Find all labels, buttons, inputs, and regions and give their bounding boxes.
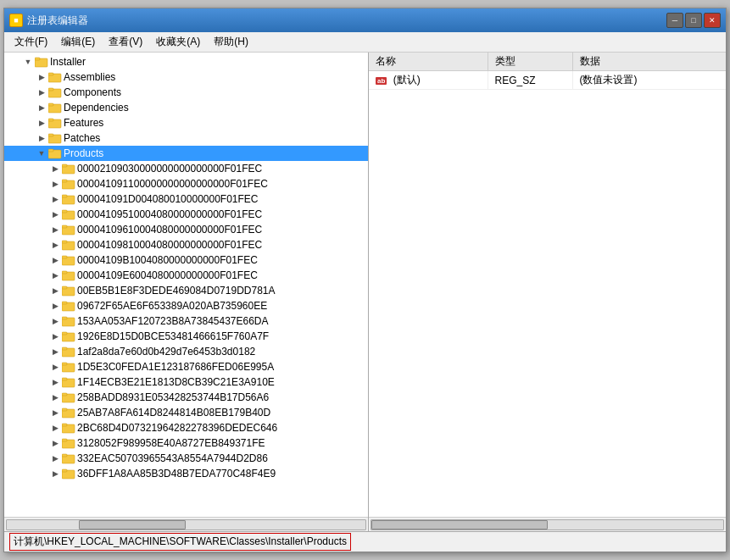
left-hscroll-thumb[interactable]	[79, 520, 187, 530]
expand-k14[interactable]: ▶	[48, 360, 62, 374]
expand-k6[interactable]: ▶	[48, 238, 62, 252]
expand-k16[interactable]: ▶	[48, 391, 62, 404]
k12-label: 1926E8D15D0BCE53481466615F760A7F	[77, 330, 269, 342]
left-hscroll[interactable]	[4, 517, 368, 531]
expand-dependencies[interactable]: ▶	[35, 101, 48, 114]
tree-node-patches[interactable]: ▶ Patches	[4, 130, 368, 146]
tree-node-k12[interactable]: ▶ 1926E8D15D0BCE53481466615F760A7F	[4, 329, 368, 344]
expand-k5[interactable]: ▶	[48, 223, 62, 236]
svg-rect-27	[62, 256, 67, 258]
expand-k17[interactable]: ▶	[48, 406, 62, 419]
svg-rect-47	[62, 408, 67, 411]
k18-label: 2BC68D4D07321964282278396DEDEC646	[77, 422, 277, 434]
expand-k12[interactable]: ▶	[48, 330, 62, 343]
k5-label: 00004109610004080000000000F01FEC	[77, 224, 262, 236]
expand-assemblies[interactable]: ▶	[35, 70, 48, 84]
dependencies-label: Dependencies	[64, 102, 129, 114]
expand-k2[interactable]: ▶	[48, 177, 62, 191]
tree-node-k3[interactable]: ▶ 000041091D004080010000000F01FEC	[4, 191, 368, 207]
restore-button[interactable]: □	[685, 13, 702, 28]
expand-components[interactable]: ▶	[35, 86, 48, 99]
folder-icon-k1	[62, 163, 75, 175]
expand-k18[interactable]: ▶	[48, 421, 62, 435]
right-scroll[interactable]: 名称 类型 数据 ab (默认) REG_SZ (数值未设置)	[369, 53, 726, 517]
expand-k8[interactable]: ▶	[48, 269, 62, 282]
tree-node-k13[interactable]: ▶ 1af2a8da7e60d0b429d7e6453b3d0182	[4, 344, 368, 359]
expand-k10[interactable]: ▶	[48, 299, 62, 313]
svg-rect-45	[62, 393, 67, 396]
svg-rect-13	[48, 149, 53, 152]
tree-node-k1[interactable]: ▶ 00002109030000000000000000F01FEC	[4, 161, 368, 176]
menu-file[interactable]: 文件(F)	[8, 33, 54, 51]
tree-node-k8[interactable]: ▶ 00004109E6004080000000000F01FEC	[4, 268, 368, 283]
k15-label: 1F14ECB3E21E1813D8CB39C21E3A910E	[77, 376, 275, 388]
tree-node-k19[interactable]: ▶ 3128052F989958E40A8727EB849371FE	[4, 435, 368, 451]
tree-node-k21[interactable]: ▶ 36DFF1A8AA85B3D48B7EDA770C48F4E9	[4, 466, 368, 481]
expand-k4[interactable]: ▶	[48, 208, 62, 221]
expand-installer[interactable]: ▼	[21, 55, 35, 69]
svg-rect-19	[62, 195, 67, 197]
tree-node-assemblies[interactable]: ▶ Assemblies	[4, 69, 368, 85]
col-header-type[interactable]: 类型	[488, 53, 572, 71]
right-hscroll[interactable]	[369, 517, 726, 531]
reg-type-icon: ab	[376, 77, 387, 85]
tree-node-k5[interactable]: ▶ 00004109610004080000000000F01FEC	[4, 222, 368, 237]
k9-label: 00EB5B1E8F3DEDE469084D0719DD781A	[77, 285, 276, 297]
expand-k20[interactable]: ▶	[48, 452, 62, 465]
expand-k21[interactable]: ▶	[48, 467, 62, 480]
entry-name-text: (默认)	[393, 74, 421, 86]
right-hscroll-track	[371, 519, 724, 530]
folder-icon-k21	[62, 468, 75, 480]
expand-k3[interactable]: ▶	[48, 192, 62, 206]
tree-node-dependencies[interactable]: ▶ Dependencies	[4, 100, 368, 115]
svg-rect-41	[62, 363, 67, 365]
tree-node-k11[interactable]: ▶ 153AA053AF120723B8A73845437E66DA	[4, 313, 368, 329]
expand-k15[interactable]: ▶	[48, 375, 62, 389]
menu-help[interactable]: 帮助(H)	[207, 33, 255, 51]
expand-k13[interactable]: ▶	[48, 345, 62, 358]
tree-node-k20[interactable]: ▶ 332EAC50703965543A8554A7944D2D86	[4, 451, 368, 466]
tree-node-products[interactable]: ▼ Products	[4, 146, 368, 161]
tree-node-k7[interactable]: ▶ 00004109B1004080000000000F01FEC	[4, 252, 368, 268]
right-hscroll-thumb[interactable]	[371, 520, 548, 530]
main-content: ▼ Installer ▶ Assemblies	[4, 53, 726, 531]
close-button[interactable]: ✕	[704, 13, 721, 28]
tree-node-installer[interactable]: ▼ Installer	[4, 54, 368, 69]
expand-k1[interactable]: ▶	[48, 162, 62, 175]
tree-node-k18[interactable]: ▶ 2BC68D4D07321964282278396DEDEC646	[4, 420, 368, 435]
tree-node-k6[interactable]: ▶ 00004109810004080000000000F01FEC	[4, 237, 368, 252]
tree-node-k14[interactable]: ▶ 1D5E3C0FEDA1E123187686FED06E995A	[4, 359, 368, 374]
folder-icon-k12	[62, 330, 75, 342]
tree-node-features[interactable]: ▶ Features	[4, 115, 368, 130]
expand-features[interactable]: ▶	[35, 116, 48, 130]
folder-icon-installer	[35, 56, 48, 68]
col-header-name[interactable]: 名称	[369, 53, 488, 71]
tree-node-components[interactable]: ▶ Components	[4, 85, 368, 100]
tree-node-k10[interactable]: ▶ 09672F65AE6F653389A020AB735960EE	[4, 298, 368, 313]
tree-scroll[interactable]: ▼ Installer ▶ Assemblies	[4, 53, 368, 517]
menu-favorites[interactable]: 收藏夹(A)	[149, 33, 207, 51]
expand-products[interactable]: ▼	[35, 147, 48, 160]
k17-label: 25AB7A8FA614D8244814B08EB179B40D	[77, 407, 270, 419]
expand-k9[interactable]: ▶	[48, 284, 62, 297]
folder-icon-k5	[62, 224, 75, 236]
minimize-button[interactable]: ─	[666, 13, 683, 28]
menu-edit[interactable]: 编辑(E)	[54, 33, 102, 51]
k11-label: 153AA053AF120723B8A73845437E66DA	[77, 315, 269, 327]
tree-node-k17[interactable]: ▶ 25AB7A8FA614D8244814B08EB179B40D	[4, 405, 368, 420]
tree-node-k16[interactable]: ▶ 258BADD8931E053428253744B17D56A6	[4, 390, 368, 405]
tree-node-k4[interactable]: ▶ 00004109510004080000000000F01FEC	[4, 207, 368, 222]
tree-node-k9[interactable]: ▶ 00EB5B1E8F3DEDE469084D0719DD781A	[4, 283, 368, 298]
svg-rect-53	[62, 454, 67, 457]
expand-patches[interactable]: ▶	[35, 131, 48, 145]
assemblies-label: Assemblies	[64, 71, 115, 83]
main-window: ■ 注册表编辑器 ─ □ ✕ 文件(F) 编辑(E) 查看(V) 收藏夹(A) …	[3, 8, 727, 552]
tree-node-k15[interactable]: ▶ 1F14ECB3E21E1813D8CB39C21E3A910E	[4, 374, 368, 390]
expand-k11[interactable]: ▶	[48, 314, 62, 328]
expand-k19[interactable]: ▶	[48, 436, 62, 450]
table-row[interactable]: ab (默认) REG_SZ (数值未设置)	[369, 71, 726, 90]
tree-node-k2[interactable]: ▶ 000041091100000000000000000F01FEC	[4, 176, 368, 191]
col-header-data[interactable]: 数据	[572, 53, 726, 71]
expand-k7[interactable]: ▶	[48, 253, 62, 267]
menu-view[interactable]: 查看(V)	[102, 33, 149, 51]
